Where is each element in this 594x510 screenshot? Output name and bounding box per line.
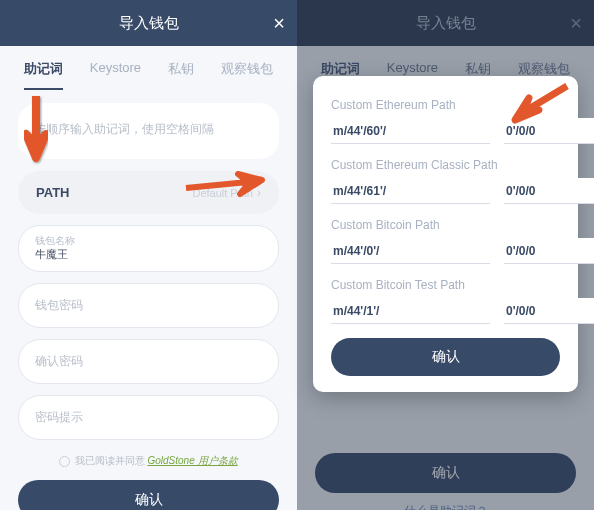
tab-watch[interactable]: 观察钱包 xyxy=(221,60,273,90)
password-hint-label: 密码提示 xyxy=(35,405,262,430)
header: 导入钱包 × xyxy=(0,0,297,46)
confirm-password-field[interactable]: 确认密码 xyxy=(18,339,279,384)
mnemonic-input[interactable]: 按顺序输入助记词，使用空格间隔 xyxy=(18,103,279,159)
wallet-password-label: 钱包密码 xyxy=(35,293,262,318)
agree-text: 我已阅读并同意 xyxy=(75,454,145,468)
chevron-right-icon: › xyxy=(257,186,261,200)
path-prefix-field[interactable] xyxy=(331,118,490,144)
path-heading: Custom Bitcoin Test Path xyxy=(331,278,560,292)
tabs: 助记词 Keystore 私钥 观察钱包 xyxy=(0,46,297,91)
confirm-label: 确认 xyxy=(135,491,163,509)
left-panel: 导入钱包 × 助记词 Keystore 私钥 观察钱包 按顺序输入助记词，使用空… xyxy=(0,0,297,510)
path-label: PATH xyxy=(36,185,69,200)
path-modal: Custom Ethereum Path Custom Ethereum Cla… xyxy=(313,76,578,392)
path-suffix-field[interactable] xyxy=(504,118,594,144)
tab-mnemonic[interactable]: 助记词 xyxy=(24,60,63,90)
path-suffix-field[interactable] xyxy=(504,298,594,324)
path-prefix-field[interactable] xyxy=(331,178,490,204)
close-icon[interactable]: × xyxy=(273,12,285,35)
path-prefix-field[interactable] xyxy=(331,238,490,264)
path-input-row xyxy=(331,238,560,264)
content: 按顺序输入助记词，使用空格间隔 PATH Default Path › 钱包名称… xyxy=(0,91,297,468)
wallet-name-field[interactable]: 钱包名称 牛魔王 xyxy=(18,225,279,272)
path-input-row xyxy=(331,178,560,204)
confirm-button[interactable]: 确认 xyxy=(18,480,279,510)
path-prefix-field[interactable] xyxy=(331,298,490,324)
terms-link[interactable]: GoldStone 用户条款 xyxy=(147,454,237,468)
path-heading: Custom Ethereum Classic Path xyxy=(331,158,560,172)
path-suffix-field[interactable] xyxy=(504,178,594,204)
mnemonic-placeholder: 按顺序输入助记词，使用空格间隔 xyxy=(34,122,214,136)
path-suffix-field[interactable] xyxy=(504,238,594,264)
path-heading: Custom Ethereum Path xyxy=(331,98,560,112)
agree-row[interactable]: 我已阅读并同意 GoldStone 用户条款 xyxy=(18,454,279,468)
path-input-row xyxy=(331,298,560,324)
tab-privatekey[interactable]: 私钥 xyxy=(168,60,194,90)
confirm-password-label: 确认密码 xyxy=(35,349,262,374)
path-value: Default Path › xyxy=(192,186,261,200)
path-heading: Custom Bitcoin Path xyxy=(331,218,560,232)
wallet-name-value: 牛魔王 xyxy=(35,247,262,262)
header-title: 导入钱包 xyxy=(119,14,179,33)
path-input-row xyxy=(331,118,560,144)
wallet-password-field[interactable]: 钱包密码 xyxy=(18,283,279,328)
modal-confirm-label: 确认 xyxy=(432,348,460,366)
modal-confirm-button[interactable]: 确认 xyxy=(331,338,560,376)
path-row[interactable]: PATH Default Path › xyxy=(18,171,279,214)
wallet-name-label: 钱包名称 xyxy=(35,235,262,247)
right-panel: 导入钱包 × 助记词 Keystore 私钥 观察钱包 确认 什么是助记词？ C… xyxy=(297,0,594,510)
radio-icon[interactable] xyxy=(59,456,70,467)
password-hint-field[interactable]: 密码提示 xyxy=(18,395,279,440)
tab-keystore[interactable]: Keystore xyxy=(90,60,141,90)
